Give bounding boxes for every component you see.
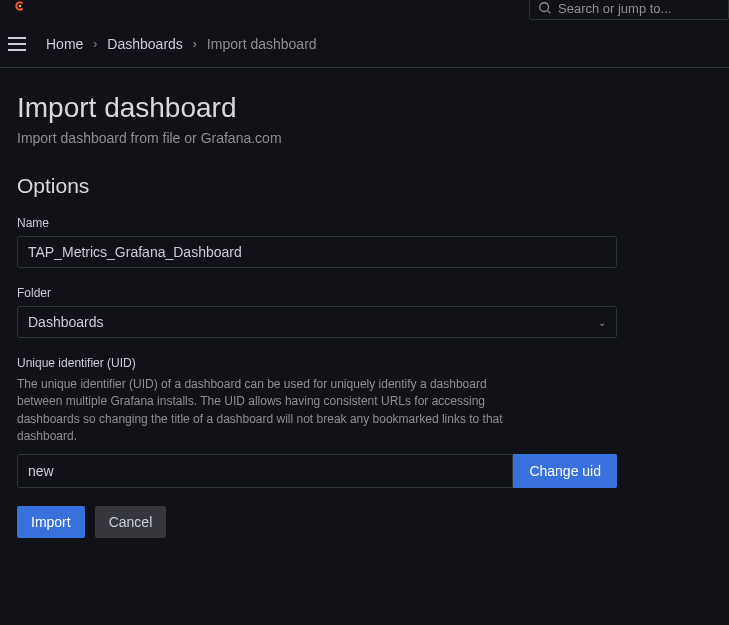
import-button[interactable]: Import <box>17 506 85 538</box>
svg-point-0 <box>19 5 22 8</box>
breadcrumb-home[interactable]: Home <box>46 36 83 52</box>
folder-select[interactable]: Dashboards ⌄ <box>17 306 617 338</box>
uid-input[interactable] <box>17 454 513 488</box>
search-input[interactable] <box>558 1 726 16</box>
name-label: Name <box>17 216 712 230</box>
chevron-down-icon: ⌄ <box>598 317 606 328</box>
cancel-button[interactable]: Cancel <box>95 506 167 538</box>
menu-icon[interactable] <box>8 34 28 54</box>
breadcrumb: Home › Dashboards › Import dashboard <box>46 36 317 52</box>
change-uid-button[interactable]: Change uid <box>513 454 617 488</box>
svg-line-2 <box>548 11 551 14</box>
breadcrumb-bar: Home › Dashboards › Import dashboard <box>0 20 729 68</box>
chevron-right-icon: › <box>93 37 97 51</box>
breadcrumb-current: Import dashboard <box>207 36 317 52</box>
breadcrumb-dashboards[interactable]: Dashboards <box>107 36 183 52</box>
options-heading: Options <box>17 174 712 198</box>
chevron-right-icon: › <box>193 37 197 51</box>
svg-point-1 <box>540 3 549 12</box>
folder-value: Dashboards <box>28 314 104 330</box>
uid-label: Unique identifier (UID) <box>17 356 712 370</box>
name-input[interactable] <box>17 236 617 268</box>
uid-help-text: The unique identifier (UID) of a dashboa… <box>17 376 517 446</box>
page-subtitle: Import dashboard from file or Grafana.co… <box>17 130 712 146</box>
folder-label: Folder <box>17 286 712 300</box>
grafana-logo-icon[interactable] <box>8 0 32 16</box>
search-container <box>529 0 729 20</box>
search-icon <box>538 1 552 15</box>
page-title: Import dashboard <box>17 92 712 124</box>
